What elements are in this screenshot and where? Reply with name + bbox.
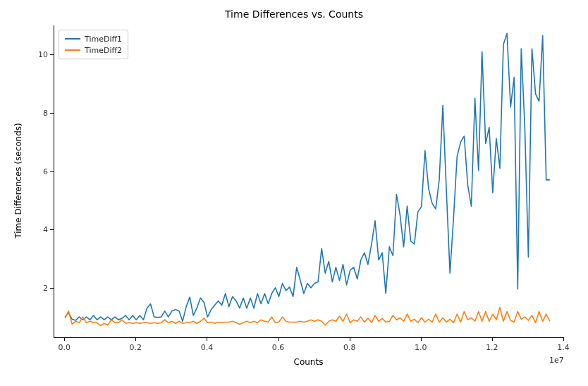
y-tick-mark	[50, 54, 54, 55]
series-line-1	[65, 308, 550, 326]
x-axis-offset: 1e7	[549, 356, 564, 365]
x-tick-label: 0.6	[272, 343, 285, 352]
legend-item-0: TimeDiff1	[65, 33, 122, 44]
x-tick-label: 1.2	[486, 343, 498, 352]
chart-lines	[54, 25, 564, 337]
legend: TimeDiff1 TimeDiff2	[59, 30, 128, 59]
x-tick-mark	[421, 337, 422, 341]
legend-item-1: TimeDiff2	[65, 44, 122, 56]
series-line-0	[65, 33, 550, 321]
x-axis-label: Counts	[54, 357, 563, 367]
x-tick-label: 0.8	[343, 343, 356, 352]
chart-figure: Time Differences vs. Counts TimeDiff1 Ti…	[0, 0, 588, 386]
x-tick-mark	[350, 337, 350, 341]
legend-label: TimeDiff2	[85, 46, 122, 55]
y-tick-label: 2	[35, 283, 48, 292]
x-tick-mark	[563, 337, 564, 341]
y-tick-label: 8	[35, 108, 48, 117]
legend-swatch-0	[65, 38, 80, 40]
x-tick-label: 0.4	[201, 343, 214, 352]
x-tick-label: 1.0	[415, 343, 427, 352]
y-tick-label: 10	[35, 50, 48, 59]
x-tick-label: 0.2	[130, 343, 142, 352]
x-tick-label: 1.4	[557, 343, 570, 352]
x-tick-mark	[492, 337, 493, 341]
y-tick-mark	[50, 171, 54, 172]
x-tick-mark	[207, 337, 207, 341]
legend-label: TimeDiff1	[85, 35, 122, 44]
y-tick-label: 4	[35, 225, 48, 234]
y-tick-label: 6	[35, 167, 48, 176]
y-tick-mark	[50, 229, 54, 230]
y-tick-mark	[50, 113, 54, 114]
x-tick-label: 0.0	[58, 343, 71, 352]
x-tick-mark	[135, 337, 136, 341]
plot-area: TimeDiff1 TimeDiff2	[54, 25, 564, 338]
legend-swatch-1	[65, 49, 80, 51]
x-tick-mark	[278, 337, 279, 341]
x-tick-mark	[64, 337, 65, 341]
chart-title: Time Differences vs. Counts	[0, 8, 588, 20]
y-axis-label: Time Differences (seconds)	[13, 96, 23, 265]
y-tick-mark	[50, 288, 54, 289]
